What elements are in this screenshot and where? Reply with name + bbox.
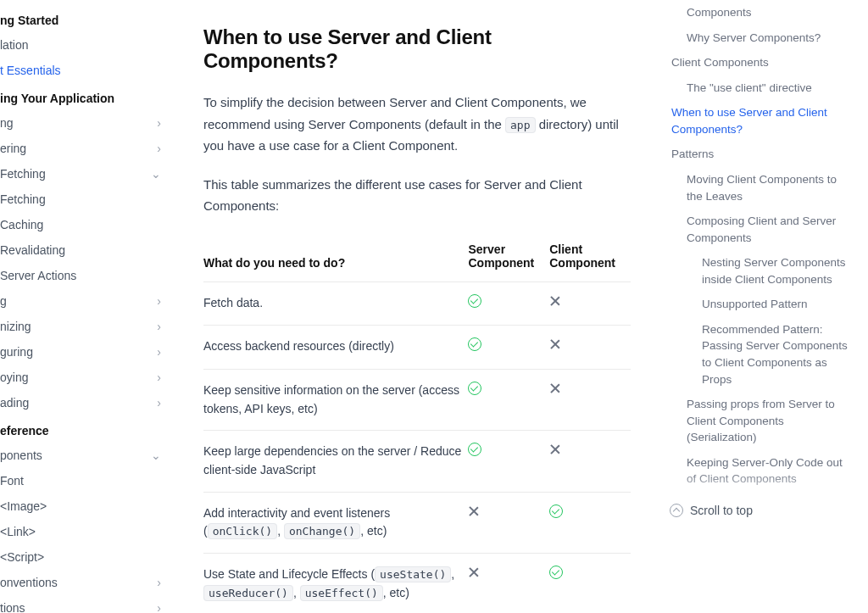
chevron-down-icon: ⌄	[151, 167, 161, 181]
sidebar-item[interactable]: t Essentials	[0, 58, 170, 83]
table-row: Keep sensitive information on the server…	[203, 369, 631, 430]
sidebar-item-label: g	[0, 294, 7, 308]
toc-item[interactable]: Moving Client Components to the Leaves	[663, 167, 854, 209]
sidebar-item[interactable]: ng›	[0, 110, 170, 136]
cell-server	[468, 281, 549, 326]
chevron-right-icon: ›	[157, 396, 161, 410]
cell-what: Fetch data.	[203, 281, 468, 326]
cell-client	[549, 369, 631, 430]
th-client: Client Component	[549, 234, 631, 282]
cell-server	[468, 326, 549, 370]
x-icon	[549, 295, 561, 307]
table-row: Fetch data.	[203, 281, 631, 326]
sidebar-item[interactable]: tions›	[0, 595, 170, 613]
sidebar-item-label: t Essentials	[0, 64, 61, 77]
toc-item[interactable]: Why Server Components?	[663, 25, 854, 51]
chevron-right-icon: ›	[157, 320, 161, 333]
sidebar-item[interactable]: oying›	[0, 365, 170, 390]
cell-server	[468, 492, 549, 553]
chevron-right-icon: ›	[157, 142, 161, 155]
sidebar-item[interactable]: lation	[0, 32, 170, 58]
toc-item[interactable]: Keeping Server-Only Code out of Client C…	[663, 450, 854, 492]
sidebar-item[interactable]: Fetching⌄	[0, 161, 170, 187]
sidebar-subitem[interactable]: <Link>	[0, 519, 170, 544]
sidebar-item-label: onventions	[0, 576, 58, 589]
cell-client	[549, 492, 631, 553]
th-server: Server Component	[468, 234, 549, 282]
code-snippet: useEffect()	[300, 585, 383, 601]
code-snippet: onChange()	[284, 523, 360, 539]
table-row: Add interactivity and event listeners (o…	[203, 492, 631, 553]
sidebar-item-label: ng	[0, 116, 14, 130]
x-icon	[468, 505, 480, 517]
sidebar-item-label: ering	[0, 142, 26, 155]
sidebar-subitem[interactable]: Revalidating	[0, 237, 170, 263]
check-circle-icon	[549, 566, 563, 579]
cell-server	[468, 554, 549, 614]
table-row: Use State and Lifecycle Effects (useStat…	[203, 554, 631, 614]
sidebar-item[interactable]: onventions›	[0, 570, 170, 595]
cell-client	[549, 554, 631, 614]
sidebar-section-title: eference	[0, 415, 170, 443]
table-row: Keep large dependencies on the server / …	[203, 431, 631, 492]
sidebar-section-title: ing Your Application	[0, 83, 170, 110]
cell-what: Use State and Lifecycle Effects (useStat…	[203, 554, 468, 614]
intro-paragraph-2: This table summarizes the different use …	[203, 174, 631, 217]
x-icon	[468, 566, 480, 578]
sidebar-subitem[interactable]: Font	[0, 468, 170, 493]
sidebar-subitem[interactable]: <Image>	[0, 493, 170, 519]
toc-item[interactable]: The "use client" directive	[663, 75, 854, 101]
table-row: Access backend resources (directly)	[203, 326, 631, 370]
sidebar-nav: ng Startedlationt Essentialsing Your App…	[0, 0, 170, 613]
x-icon	[549, 443, 561, 455]
x-icon	[549, 338, 561, 350]
code-snippet: useState()	[375, 566, 451, 582]
toc-item[interactable]: Composing Client and Server Components	[663, 209, 854, 250]
chevron-right-icon: ›	[157, 371, 161, 384]
toc-item[interactable]: Components	[663, 0, 854, 25]
scroll-to-top-label: Scroll to top	[690, 504, 753, 517]
sidebar-item[interactable]: g›	[0, 288, 170, 314]
code-app: app	[505, 117, 535, 133]
sidebar-item[interactable]: nizing›	[0, 314, 170, 339]
toc-item[interactable]: Passing props from Server to Client Comp…	[663, 392, 854, 450]
cell-what: Keep large dependencies on the server / …	[203, 431, 468, 492]
sidebar-item[interactable]: ponents⌄	[0, 443, 170, 468]
chevron-right-icon: ›	[157, 345, 161, 359]
code-snippet: useReducer()	[203, 585, 293, 601]
intro-paragraph-1: To simplify the decision between Server …	[203, 92, 631, 157]
sidebar-item-label: guring	[0, 345, 33, 359]
sidebar-item-label: tions	[0, 601, 25, 613]
cell-what: Access backend resources (directly)	[203, 326, 468, 370]
sidebar-item-label: lation	[0, 38, 28, 52]
scroll-to-top-button[interactable]: Scroll to top	[663, 492, 854, 517]
table-of-contents: ComponentsWhy Server Components?Client C…	[656, 0, 868, 613]
sidebar-subitem[interactable]: Fetching	[0, 187, 170, 212]
sidebar-item-label: nizing	[0, 320, 31, 333]
toc-item[interactable]: Client Components	[663, 50, 854, 75]
chevron-right-icon: ›	[157, 116, 161, 130]
cell-client	[549, 431, 631, 492]
sidebar-item-label: ponents	[0, 449, 42, 462]
toc-item[interactable]: Patterns	[663, 142, 854, 167]
toc-item[interactable]: Unsupported Pattern	[663, 292, 854, 317]
sidebar-item[interactable]: guring›	[0, 339, 170, 365]
sidebar-subitem[interactable]: Server Actions	[0, 263, 170, 288]
toc-item[interactable]: Recommended Pattern: Passing Server Comp…	[663, 317, 854, 392]
sidebar-item[interactable]: ering›	[0, 136, 170, 161]
sidebar-item-label: Fetching	[0, 167, 46, 181]
cell-client	[549, 281, 631, 326]
sidebar-item-label: oying	[0, 371, 28, 384]
check-circle-icon	[468, 337, 481, 351]
page-title: When to use Server and Client Components…	[203, 25, 631, 73]
sidebar-item[interactable]: ading›	[0, 390, 170, 415]
sidebar-subitem[interactable]: <Script>	[0, 544, 170, 570]
sidebar-item-label: ading	[0, 396, 29, 410]
toc-item[interactable]: Nesting Server Components inside Client …	[663, 250, 854, 292]
x-icon	[549, 382, 561, 394]
th-what: What do you need to do?	[203, 234, 468, 282]
check-circle-icon	[549, 504, 563, 518]
sidebar-subitem[interactable]: Caching	[0, 212, 170, 237]
toc-item[interactable]: When to use Server and Client Components…	[663, 100, 854, 142]
check-circle-icon	[468, 382, 481, 395]
